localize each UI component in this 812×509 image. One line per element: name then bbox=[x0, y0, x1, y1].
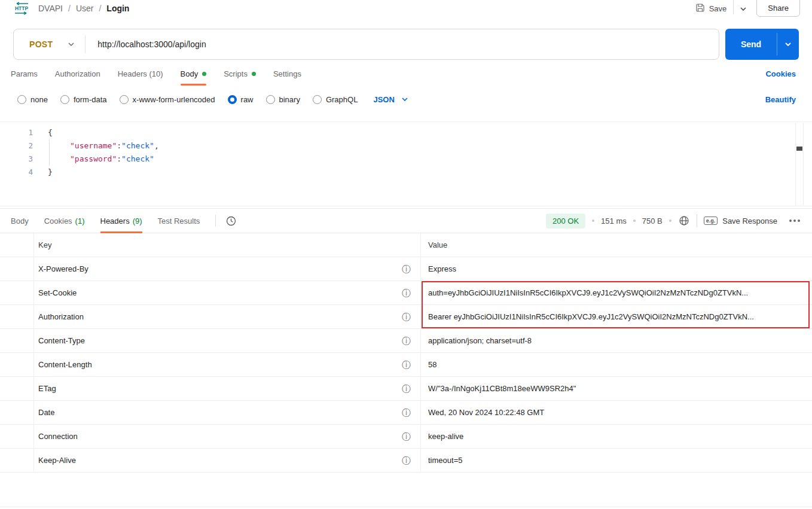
mode-binary[interactable]: binary bbox=[266, 95, 300, 104]
code-line: 3 "password":"check" bbox=[0, 152, 812, 165]
radio-icon[interactable] bbox=[120, 95, 129, 104]
language-select[interactable]: JSON bbox=[373, 95, 407, 104]
status-badge[interactable]: 200 OK bbox=[546, 214, 585, 228]
breadcrumb-separator: / bbox=[68, 4, 71, 13]
response-tab-cookies[interactable]: Cookies (1) bbox=[44, 208, 85, 233]
mode-graphql[interactable]: GraphQL bbox=[313, 95, 358, 104]
table-gutter-divider bbox=[33, 233, 34, 473]
example-icon: e.g. bbox=[704, 217, 718, 225]
tab-count: (1) bbox=[75, 217, 85, 225]
header-value: Wed, 20 Nov 2024 10:22:48 GMT bbox=[428, 408, 544, 417]
scrollbar-thumb[interactable] bbox=[796, 147, 802, 151]
mode-raw[interactable]: raw bbox=[228, 95, 254, 104]
table-row: X-Powered-By ⓘ Express bbox=[0, 257, 812, 281]
radio-icon[interactable] bbox=[17, 95, 26, 104]
info-icon[interactable]: ⓘ bbox=[402, 264, 411, 273]
header-value: auth=eyJhbGciOiJIUzI1NiIsInR5cCI6IkpXVCJ… bbox=[428, 288, 748, 297]
editor-scrollbar[interactable] bbox=[795, 123, 804, 205]
info-icon[interactable]: ⓘ bbox=[402, 384, 411, 393]
send-button[interactable]: Send bbox=[725, 29, 799, 60]
indent-guide bbox=[49, 139, 50, 166]
radio-selected-icon[interactable] bbox=[228, 95, 237, 104]
url-input[interactable]: http://localhost:3000/api/login bbox=[97, 39, 206, 49]
share-button[interactable]: Share bbox=[756, 0, 800, 17]
breadcrumb-folder[interactable]: User bbox=[76, 4, 94, 13]
info-icon[interactable]: ⓘ bbox=[402, 360, 411, 369]
info-icon[interactable]: ⓘ bbox=[402, 408, 411, 417]
response-tab-test-results[interactable]: Test Results bbox=[158, 208, 200, 233]
breadcrumb-request-name[interactable]: Login bbox=[106, 4, 129, 13]
tab-label: Body bbox=[181, 69, 199, 78]
mode-label: form-data bbox=[74, 95, 107, 104]
mode-label: none bbox=[30, 95, 48, 104]
table-row: Content-Type ⓘ application/json; charset… bbox=[0, 329, 812, 353]
save-response-button[interactable]: e.g. Save Response bbox=[704, 217, 777, 225]
save-button[interactable]: Save bbox=[695, 3, 727, 14]
save-button-label: Save bbox=[709, 4, 727, 13]
save-options-chevron-down-icon[interactable] bbox=[740, 7, 746, 11]
table-row: Date ⓘ Wed, 20 Nov 2024 10:22:48 GMT bbox=[0, 401, 812, 425]
http-request-icon: HTTP bbox=[13, 2, 30, 15]
radio-icon[interactable] bbox=[313, 95, 322, 104]
table-row: Connection ⓘ keep-alive bbox=[0, 425, 812, 449]
tab-settings[interactable]: Settings bbox=[273, 60, 301, 87]
table-row: Authorization ⓘ Bearer eyJhbGciOiJIUzI1N… bbox=[0, 305, 812, 329]
mode-form-data[interactable]: form-data bbox=[60, 95, 107, 104]
response-tab-body[interactable]: Body bbox=[11, 208, 29, 233]
save-response-label: Save Response bbox=[722, 217, 777, 225]
mode-label: raw bbox=[241, 95, 254, 104]
language-chevron-down-icon bbox=[402, 97, 408, 101]
mode-x-www-form-urlencoded[interactable]: x-www-form-urlencoded bbox=[120, 95, 215, 104]
table-row: ETag ⓘ W/"3a-/InNgoKj11CBt8m18eeWW9SR2h4… bbox=[0, 377, 812, 401]
network-globe-icon[interactable] bbox=[678, 215, 690, 227]
request-body-editor[interactable]: 1 { 2 "username":"check", 3 "password":"… bbox=[0, 121, 812, 206]
more-options-icon[interactable] bbox=[789, 220, 800, 222]
header-value: application/json; charset=utf-8 bbox=[428, 336, 532, 345]
code-line: 1 { bbox=[0, 126, 812, 139]
header-key: Connection bbox=[38, 432, 78, 441]
tab-headers[interactable]: Headers (10) bbox=[118, 60, 163, 87]
request-tabs: Params Authorization Headers (10) Body S… bbox=[0, 60, 812, 87]
method-label: POST bbox=[29, 39, 53, 49]
line-number: 3 bbox=[0, 154, 33, 163]
tab-count: (9) bbox=[133, 217, 142, 225]
tab-label: Cookies bbox=[44, 217, 72, 225]
info-icon[interactable]: ⓘ bbox=[402, 336, 411, 345]
beautify-link[interactable]: Beautify bbox=[765, 95, 796, 104]
info-icon[interactable]: ⓘ bbox=[402, 432, 411, 441]
cookies-link[interactable]: Cookies bbox=[765, 69, 796, 78]
breadcrumb-workspace[interactable]: DVAPI bbox=[38, 4, 63, 13]
header-key: Set-Cookie bbox=[38, 288, 77, 297]
history-clock-icon[interactable] bbox=[225, 215, 237, 227]
code-line: 4 } bbox=[0, 165, 812, 178]
save-icon bbox=[695, 3, 705, 14]
method-select[interactable]: POST bbox=[14, 39, 85, 49]
tab-label: Body bbox=[11, 217, 29, 225]
divider bbox=[697, 214, 697, 227]
tab-scripts[interactable]: Scripts bbox=[224, 60, 256, 87]
tab-params[interactable]: Params bbox=[11, 60, 38, 87]
tab-label: Headers (10) bbox=[118, 69, 163, 78]
response-tab-headers[interactable]: Headers (9) bbox=[100, 208, 142, 233]
share-button-label: Share bbox=[768, 4, 789, 13]
info-icon[interactable]: ⓘ bbox=[402, 312, 411, 321]
response-size[interactable]: 750 B bbox=[642, 217, 663, 225]
body-mode-row: none form-data x-www-form-urlencoded raw… bbox=[0, 87, 812, 111]
code-text: } bbox=[48, 167, 53, 176]
response-time[interactable]: 151 ms bbox=[601, 217, 627, 225]
header-key: Authorization bbox=[38, 312, 84, 321]
send-options-chevron-down-icon[interactable] bbox=[777, 29, 799, 60]
mode-label: GraphQL bbox=[326, 95, 358, 104]
divider bbox=[733, 0, 734, 14]
green-dot-indicator bbox=[252, 72, 256, 76]
radio-icon[interactable] bbox=[60, 95, 69, 104]
radio-icon[interactable] bbox=[266, 95, 275, 104]
info-icon[interactable]: ⓘ bbox=[402, 288, 411, 297]
code-text: "password":"check" bbox=[70, 154, 154, 163]
tab-authorization[interactable]: Authorization bbox=[55, 60, 100, 87]
info-icon[interactable]: ⓘ bbox=[402, 456, 411, 465]
tab-body[interactable]: Body bbox=[181, 60, 207, 87]
tab-label: Scripts bbox=[224, 69, 248, 78]
mode-none[interactable]: none bbox=[17, 95, 48, 104]
header-value: Bearer eyJhbGciOiJIUzI1NiIsInR5cCI6IkpXV… bbox=[428, 312, 754, 321]
